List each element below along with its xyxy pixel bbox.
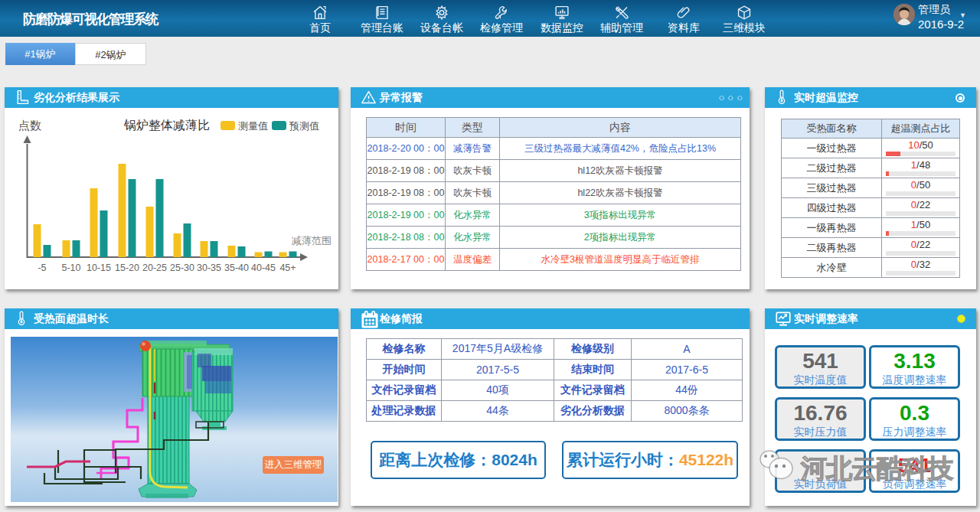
svg-text:5-10: 5-10 — [61, 263, 80, 273]
svg-text:测量值: 测量值 — [238, 120, 268, 132]
svg-text:10-15: 10-15 — [87, 263, 111, 273]
svg-text:20-25: 20-25 — [142, 263, 167, 273]
svg-text:45+: 45+ — [279, 263, 296, 273]
svg-text:锅炉整体减薄比: 锅炉整体减薄比 — [123, 119, 210, 132]
svg-text:40-45: 40-45 — [251, 263, 276, 273]
svg-text:25-30: 25-30 — [170, 263, 194, 273]
svg-text:预测值: 预测值 — [289, 120, 319, 132]
svg-text:35-40: 35-40 — [224, 263, 249, 273]
svg-text:-5: -5 — [38, 263, 46, 273]
svg-text:15-20: 15-20 — [115, 263, 139, 273]
svg-text:30-35: 30-35 — [197, 263, 221, 273]
svg-text:点数: 点数 — [18, 119, 41, 132]
svg-text:减薄范围: 减薄范围 — [292, 235, 332, 246]
